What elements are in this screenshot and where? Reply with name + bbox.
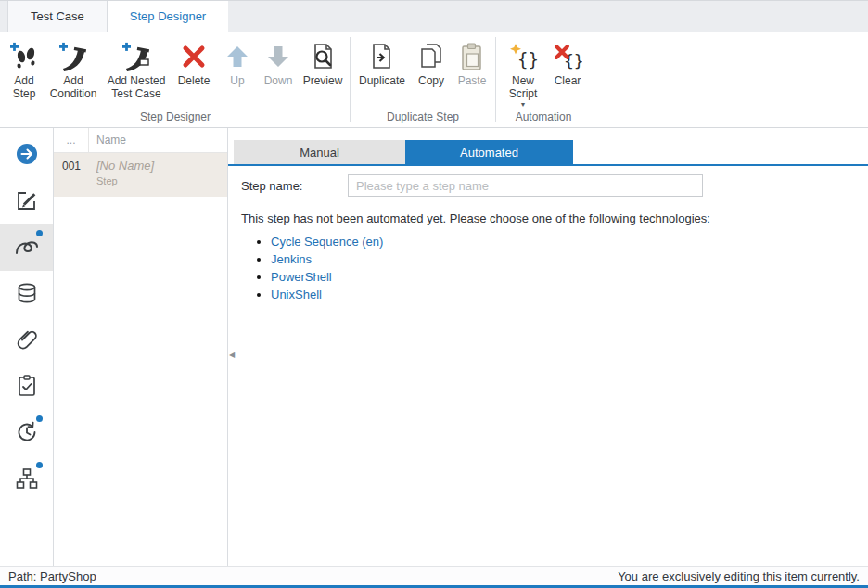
down-button[interactable]: Down (258, 37, 299, 89)
tab-test-case[interactable]: Test Case (7, 1, 108, 32)
list-item: PowerShell (271, 270, 868, 284)
technology-list: Cycle Sequence (en) Jenkins PowerShell U… (228, 235, 868, 301)
clear-label: Clear (551, 74, 584, 87)
sidebar-item-hierarchy[interactable] (0, 456, 53, 503)
add-condition-button[interactable]: Add Condition (45, 37, 102, 102)
ribbon-separator (495, 37, 496, 122)
notification-badge (36, 462, 43, 468)
sidebar-item-history[interactable] (0, 410, 53, 456)
up-arrow-icon (221, 39, 254, 74)
technology-link-jenkins[interactable]: Jenkins (271, 252, 312, 266)
ribbon-group-label-step-designer: Step Designer (4, 110, 347, 127)
ribbon-group-automation: {} New Script ▼ {} Clear (499, 32, 588, 127)
step-type-label: Step (96, 175, 154, 186)
sidebar-item-checklist[interactable] (0, 364, 53, 410)
add-step-label: Add Step (8, 74, 40, 100)
history-icon (15, 420, 39, 447)
down-arrow-icon (262, 39, 295, 74)
step-number: 001 (54, 153, 89, 197)
add-nested-test-case-icon (120, 39, 153, 74)
preview-button[interactable]: Preview (299, 37, 347, 89)
add-step-icon (7, 39, 41, 74)
preview-label: Preview (302, 74, 343, 87)
notification-badge (36, 415, 43, 422)
copy-button[interactable]: Copy (411, 37, 452, 89)
step-name-label: Step name: (241, 179, 348, 193)
tab-step-designer[interactable]: Step Designer (108, 1, 228, 32)
add-condition-label: Add Condition (48, 74, 98, 100)
new-script-button[interactable]: {} New Script ▼ (499, 37, 547, 110)
ribbon-group-label-automation: Automation (499, 110, 588, 127)
main-area: ... Name 001 [No Name] Step ◀ Manual Aut… (0, 128, 868, 566)
sidebar-item-navigate[interactable] (0, 132, 53, 178)
sidebar-item-attachments[interactable] (0, 317, 53, 364)
app-window: Test Case Step Designer (0, 0, 868, 588)
ribbon-group-label-duplicate-step: Duplicate Step (353, 110, 492, 127)
delete-icon (177, 39, 211, 74)
tab-automated[interactable]: Automated (405, 140, 573, 164)
steps-icon (14, 235, 40, 262)
ribbon: Add Step Add Condition (0, 32, 868, 128)
delete-label: Delete (174, 74, 213, 87)
step-detail-panel: ◀ Manual Automated Step name: This step … (228, 128, 868, 566)
path-label: Path: PartyShop (8, 569, 96, 583)
sidebar-item-data[interactable] (0, 271, 53, 317)
step-name-row: Step name: (241, 174, 868, 197)
add-condition-icon (57, 39, 90, 74)
clear-script-button[interactable]: {} Clear (547, 37, 588, 89)
paste-button[interactable]: Paste (452, 37, 492, 89)
list-item: UnixShell (271, 288, 868, 301)
sidebar-item-steps[interactable] (0, 224, 53, 271)
duplicate-icon (365, 39, 399, 74)
clear-script-icon: {} (551, 39, 584, 74)
sidebar-item-edit[interactable] (0, 178, 53, 224)
add-nested-test-case-button[interactable]: Add Nested Test Case (102, 37, 171, 102)
technology-link-cycle-sequence[interactable]: Cycle Sequence (en) (271, 235, 383, 249)
ribbon-group-duplicate-step: Duplicate Copy (353, 32, 492, 127)
svg-text:{}: {} (564, 51, 582, 70)
duplicate-button[interactable]: Duplicate (353, 37, 411, 89)
copy-icon (415, 39, 448, 74)
window-tabbar: Test Case Step Designer (0, 1, 868, 32)
left-sidebar (0, 128, 54, 566)
step-name-placeholder-text: [No Name] (96, 159, 154, 173)
checklist-icon (15, 374, 39, 401)
collapse-panel-icon[interactable]: ◀ (229, 351, 235, 359)
preview-icon (306, 39, 339, 74)
add-nested-test-case-label: Add Nested Test Case (106, 74, 167, 100)
ribbon-group-step-designer: Add Step Add Condition (4, 32, 347, 127)
duplicate-label: Duplicate (357, 74, 407, 87)
edit-icon (15, 188, 39, 215)
editing-status-label: You are exclusively editing this item cu… (618, 569, 860, 583)
copy-label: Copy (415, 74, 447, 87)
add-step-button[interactable]: Add Step (4, 37, 45, 102)
new-script-icon: {} (506, 39, 540, 74)
technology-link-powershell[interactable]: PowerShell (271, 270, 332, 284)
svg-text:{}: {} (517, 49, 538, 70)
up-button[interactable]: Up (217, 37, 258, 89)
step-list-row[interactable]: 001 [No Name] Step (54, 153, 227, 197)
column-header-more: ... (54, 128, 89, 152)
list-item: Cycle Sequence (en) (271, 235, 868, 249)
ribbon-separator (350, 37, 351, 122)
automation-message: This step has not been automated yet. Pl… (241, 211, 868, 225)
list-item: Jenkins (271, 252, 868, 266)
status-bar: Path: PartyShop You are exclusively edit… (0, 566, 868, 588)
paste-icon (455, 39, 489, 74)
column-header-name: Name (89, 128, 126, 152)
attachment-icon (15, 327, 39, 354)
data-icon (15, 281, 39, 308)
down-label: Down (262, 74, 295, 87)
nav-arrow-circle-icon (15, 142, 39, 169)
technology-link-unixshell[interactable]: UnixShell (271, 288, 322, 301)
step-list-header: ... Name (54, 128, 227, 153)
step-detail-tabs: Manual Automated (228, 140, 868, 166)
step-list-panel: ... Name 001 [No Name] Step (54, 128, 228, 566)
delete-button[interactable]: Delete (171, 37, 217, 89)
paste-label: Paste (455, 74, 489, 87)
tab-manual[interactable]: Manual (234, 140, 405, 164)
dropdown-chevron-icon: ▼ (520, 101, 527, 109)
notification-badge (36, 230, 43, 236)
step-name-input[interactable] (348, 174, 703, 197)
hierarchy-icon (15, 467, 39, 493)
